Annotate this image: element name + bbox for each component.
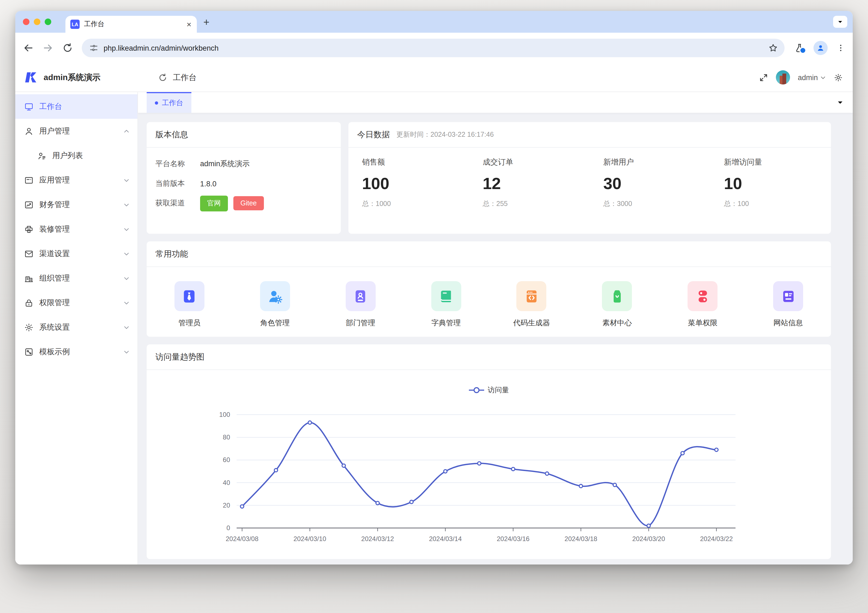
likeadmin-logo-icon [24, 70, 38, 84]
function-网站信息[interactable]: 网站信息 [746, 281, 831, 328]
close-window-button[interactable] [23, 19, 29, 25]
monitor-icon [24, 102, 34, 111]
common-functions-card: 常用功能 管理员角色管理部门管理字典管理代码生成器素材中心菜单权限网站信息 [147, 241, 831, 337]
sidebar-item-label: 应用管理 [39, 175, 118, 185]
current-version-label: 当前版本 [155, 179, 200, 189]
today-card-title: 今日数据 [357, 129, 390, 140]
url-bar[interactable]: php.likeadmin.cn/admin/workbench [82, 39, 784, 57]
reload-icon[interactable] [62, 42, 73, 53]
app-header: admin系统演示 工作台 admin [15, 63, 853, 92]
function-素材中心[interactable]: 素材中心 [574, 281, 660, 328]
material-icon [609, 288, 625, 304]
site-settings-icon[interactable] [90, 43, 98, 52]
maximize-window-button[interactable] [45, 19, 51, 25]
browser-tab[interactable]: LA 工作台 × [65, 16, 197, 33]
decorate-icon [24, 224, 34, 234]
sidebar-item-应用管理[interactable]: 应用管理 [15, 168, 137, 192]
sidebar-item-工作台[interactable]: 工作台 [15, 94, 137, 119]
chart-legend[interactable]: 访问量 [147, 385, 831, 395]
sidebar-item-系统设置[interactable]: 系统设置 [15, 315, 137, 339]
refresh-page-icon[interactable] [158, 73, 167, 82]
tab-search-chevron-icon[interactable] [833, 16, 847, 28]
stat-label: 销售额 [362, 158, 469, 167]
page-title: 工作台 [173, 72, 197, 82]
department-icon [352, 288, 369, 304]
browser-tabstrip: LA 工作台 × + [15, 11, 853, 33]
sidebar-item-财务管理[interactable]: 财务管理 [15, 192, 137, 217]
update-time: 更新时间：2024-03-22 16:17:46 [396, 130, 494, 139]
function-代码生成器[interactable]: 代码生成器 [489, 281, 574, 328]
sidebar-item-组织管理[interactable]: 组织管理 [15, 266, 137, 290]
channel-icon [24, 249, 34, 259]
sidebar-item-权限管理[interactable]: 权限管理 [15, 290, 137, 315]
stat-value: 100 [362, 174, 469, 193]
tab-favicon: LA [70, 20, 80, 29]
svg-text:2024/03/20: 2024/03/20 [632, 535, 665, 542]
version-card-title: 版本信息 [155, 129, 188, 140]
function-label: 角色管理 [260, 318, 290, 328]
svg-text:2024/03/14: 2024/03/14 [429, 535, 462, 542]
new-tab-button[interactable]: + [203, 17, 209, 27]
function-部门管理[interactable]: 部门管理 [318, 281, 403, 328]
desktop: LA 工作台 × + php.likeadmin.cn/admin/workbe… [0, 0, 868, 613]
settings-gear-icon[interactable] [834, 73, 843, 82]
platform-name-value: admin系统演示 [200, 159, 250, 169]
forward-icon[interactable] [42, 42, 53, 53]
stat-新增访问量: 新增访问量10总：100 [710, 158, 831, 209]
function-字典管理[interactable]: 字典管理 [403, 281, 489, 328]
browser-toolbar: php.likeadmin.cn/admin/workbench [15, 33, 853, 63]
chevron-up-icon [123, 128, 130, 134]
gitee-button[interactable]: Gitee [233, 196, 264, 211]
workbench-content: 版本信息 平台名称 admin系统演示 当前版本 1.8.0 [138, 113, 853, 565]
minimize-window-button[interactable] [34, 19, 40, 25]
function-管理员[interactable]: 管理员 [147, 281, 232, 328]
stat-value: 12 [483, 174, 590, 193]
chevron-down-icon [123, 201, 130, 208]
organization-icon [24, 273, 34, 283]
back-icon[interactable] [23, 42, 34, 53]
svg-text:2024/03/16: 2024/03/16 [497, 535, 529, 542]
svg-text:20: 20 [223, 502, 230, 509]
function-菜单权限[interactable]: 菜单权限 [660, 281, 746, 328]
function-角色管理[interactable]: 角色管理 [232, 281, 318, 328]
sidebar-item-用户管理[interactable]: 用户管理 [15, 119, 137, 143]
website-icon [780, 288, 796, 304]
visits-trend-chart: 0204060801002024/03/082024/03/102024/03/… [147, 395, 831, 559]
app-logo[interactable]: admin系统演示 [15, 70, 146, 84]
tab-workbench[interactable]: 工作台 [147, 92, 191, 113]
sidebar-item-label: 财务管理 [39, 200, 118, 209]
user-menu[interactable]: admin [798, 73, 826, 82]
tab-close-icon[interactable]: × [185, 20, 192, 28]
svg-text:0: 0 [226, 524, 230, 531]
sidebar-item-label: 系统设置 [39, 322, 118, 332]
finance-icon [24, 200, 34, 209]
browser-profile-avatar[interactable] [814, 41, 828, 55]
app-icon [24, 175, 34, 185]
sidebar-item-渠道设置[interactable]: 渠道设置 [15, 241, 137, 266]
bookmark-star-icon[interactable] [768, 43, 778, 53]
sidebar-item-装修管理[interactable]: 装修管理 [15, 217, 137, 241]
svg-text:60: 60 [223, 456, 230, 463]
tags-collapse-chevron-icon[interactable] [836, 99, 844, 106]
sidebar: 工作台用户管理用户列表应用管理财务管理装修管理渠道设置组织管理权限管理系统设置模… [15, 92, 138, 565]
stat-total: 总：255 [483, 200, 590, 209]
chevron-down-icon [123, 324, 130, 330]
browser-menu-icon[interactable] [836, 43, 845, 52]
template-icon [24, 347, 34, 357]
stat-销售额: 销售额100总：1000 [349, 158, 469, 209]
sidebar-item-模板示例[interactable]: 模板示例 [15, 339, 137, 364]
chevron-down-icon [820, 74, 826, 80]
stat-total: 总：1000 [362, 200, 469, 209]
stat-label: 新增用户 [603, 158, 710, 167]
url-text[interactable]: php.likeadmin.cn/admin/workbench [104, 44, 763, 52]
stat-label: 成交订单 [483, 158, 590, 167]
user-avatar[interactable] [776, 70, 790, 84]
sidebar-item-用户列表[interactable]: 用户列表 [15, 143, 137, 168]
chart-card-title: 访问量趋势图 [155, 352, 205, 362]
experiment-flask-icon[interactable] [794, 43, 805, 53]
chevron-down-icon [123, 275, 130, 282]
official-site-button[interactable]: 官网 [200, 195, 228, 211]
fullscreen-icon[interactable] [759, 73, 768, 82]
sidebar-item-label: 用户列表 [52, 151, 130, 161]
browser-window: LA 工作台 × + php.likeadmin.cn/admin/workbe… [15, 11, 853, 565]
